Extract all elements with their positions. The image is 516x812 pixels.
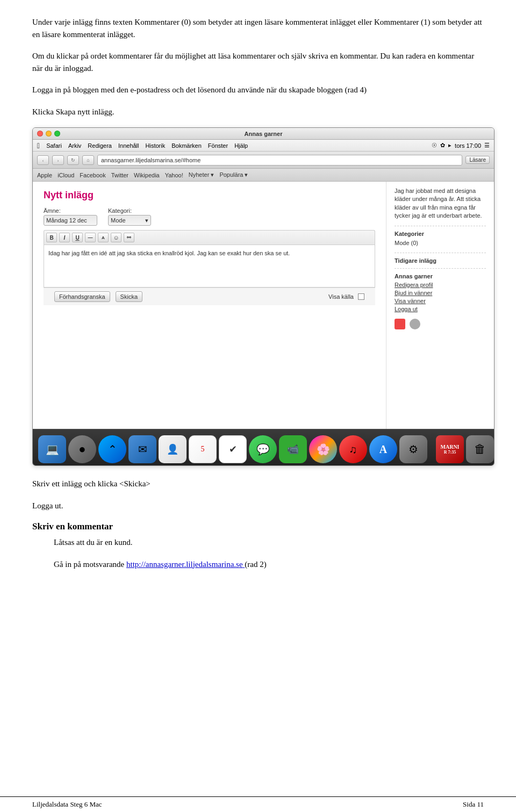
paragraph-5: Skriv ett inlägg och klicka <Skicka> xyxy=(32,478,484,490)
dock-itunes[interactable]: ♫ xyxy=(339,435,367,463)
redigera-profil-link[interactable]: Redigera profil xyxy=(395,282,486,288)
visa-kalla-label: Visa källa xyxy=(328,293,354,300)
maximize-button[interactable] xyxy=(54,131,60,136)
kategori-label: Kategori: xyxy=(108,207,151,214)
clock: tors 17:00 xyxy=(455,142,481,149)
reload-button[interactable]: ↻ xyxy=(67,155,79,165)
menu-arkiv[interactable]: Arkiv xyxy=(68,142,81,149)
paragraph-1: Under varje inlägg finns texten Kommenta… xyxy=(32,16,484,40)
kategorier-item: Mode (0) xyxy=(395,239,486,247)
kategori-select[interactable]: Mode ▾ xyxy=(108,215,151,226)
address-bar[interactable]: annasgarner.liljedalsmarina.se/#home xyxy=(97,155,462,166)
dock-marnir[interactable]: MARNI R 7:35 xyxy=(436,435,464,463)
dock-messages[interactable]: 💬 xyxy=(249,435,277,463)
visa-vanner-link[interactable]: Visa vänner xyxy=(395,298,486,304)
paragraph-3: Logga in på bloggen med den e-postadress… xyxy=(32,84,484,96)
dropdown-arrow-icon: ▾ xyxy=(145,217,148,224)
menu-historik[interactable]: Historik xyxy=(146,142,166,149)
bjud-in-vanner-link[interactable]: Bjud in vänner xyxy=(395,290,486,296)
dock-finder[interactable]: 💻 xyxy=(38,435,66,463)
bookmark-populara[interactable]: Populära ▾ xyxy=(219,171,248,178)
dock-launchpad[interactable]: ● xyxy=(68,435,96,463)
editor-toolbar: B I U — A ☺ ⚯ xyxy=(44,230,375,245)
menu-redigera[interactable]: Redigera xyxy=(88,142,112,149)
link-button[interactable]: ⚯ xyxy=(124,233,134,242)
window-title: Annas garner xyxy=(245,131,283,137)
kategorier-title: Kategorier xyxy=(395,231,486,237)
dock-contacts[interactable]: 👤 xyxy=(159,435,187,463)
blog-form-title: Nytt inlägg xyxy=(44,190,375,201)
dock-photos[interactable]: 🌸 xyxy=(309,435,337,463)
dock-calendar[interactable]: 5 xyxy=(189,435,217,463)
browser-toolbar: ‹ › ↻ ⌂ annasgarner.liljedalsmarina.se/#… xyxy=(33,152,494,169)
paragraph-6: Logga ut. xyxy=(32,500,484,512)
dock-mail[interactable]: ✉ xyxy=(128,435,156,463)
blog-footer: Förhandsgranska Skicka Visa källa xyxy=(44,288,375,305)
menu-bokmarken[interactable]: Bokmärken xyxy=(171,142,202,149)
menu-right-icons: ☉ ✿ ▸ tors 17:00 ☰ xyxy=(432,142,490,149)
user-section-title: Annas garner xyxy=(395,273,486,279)
skicka-button[interactable]: Skicka xyxy=(116,291,142,302)
menu-fonster[interactable]: Fönster xyxy=(208,142,228,149)
dock-settings[interactable]: ⚙ xyxy=(399,435,427,463)
bold-button[interactable]: B xyxy=(46,233,57,242)
bluetooth-icon: ✿ xyxy=(440,142,445,149)
logga-ut-link[interactable]: Logga ut xyxy=(395,306,486,312)
kategori-value: Mode xyxy=(111,217,126,224)
bookmark-wikipedia[interactable]: Wikipedia xyxy=(134,172,160,178)
section-heading-kommentar: Skriv en kommentar xyxy=(32,521,484,532)
address-text: annasgarner.liljedalsmarina.se/#home xyxy=(101,157,200,163)
apple-menu-icon[interactable]:  xyxy=(37,141,40,150)
italic-button[interactable]: I xyxy=(59,233,70,242)
format-btn1[interactable]: A xyxy=(98,233,109,242)
blog-main-area: Nytt inlägg Ämne: Måndag 12 dec Kategori… xyxy=(33,182,386,429)
forward-button[interactable]: › xyxy=(52,155,64,165)
menu-safari[interactable]: Safari xyxy=(46,142,62,149)
minimize-button[interactable] xyxy=(46,131,52,136)
editor-area[interactable]: Idag har jag fått en idé att jag ska sti… xyxy=(44,245,375,288)
mac-dock: 💻 ● ⌃ ✉ 👤 5 ✔ 💬 📹 🌸 ♫ A ⚙ MARNI R 7:35 🗑 xyxy=(33,429,494,465)
emoji-button[interactable]: ☺ xyxy=(111,233,121,242)
dock-facetime[interactable]: 📹 xyxy=(279,435,307,463)
sidebar-icons xyxy=(395,319,486,329)
bookmark-yahoo[interactable]: Yahoo! xyxy=(165,172,183,178)
forhandsgranska-button[interactable]: Förhandsgranska xyxy=(54,291,110,302)
mac-menubar:  Safari Arkiv Redigera Innehåll Histori… xyxy=(33,140,494,152)
bookmark-twitter[interactable]: Twitter xyxy=(111,172,128,178)
close-button[interactable] xyxy=(37,131,43,136)
paragraph-8-post: (rad 2) xyxy=(245,560,266,569)
dock-appstore[interactable]: A xyxy=(369,435,397,463)
back-button[interactable]: ‹ xyxy=(37,155,49,165)
rss-icon xyxy=(395,319,405,329)
paragraph-7: Låtsas att du är en kund. xyxy=(32,536,484,549)
menu-innehall[interactable]: Innehåll xyxy=(118,142,139,149)
link-text: http://annasgarner.liljedalsmarina.se xyxy=(126,560,243,569)
kategori-group: Kategori: Mode ▾ xyxy=(108,207,151,226)
amne-group: Ämne: Måndag 12 dec xyxy=(44,207,97,226)
dock-safari[interactable]: ⌃ xyxy=(98,435,126,463)
visa-kalla-checkbox[interactable] xyxy=(358,293,364,300)
underline-button[interactable]: U xyxy=(72,233,83,242)
datum-value: Måndag 12 dec xyxy=(46,217,87,224)
bookmark-nyheter[interactable]: Nyheter ▾ xyxy=(189,171,214,178)
dock-reminders[interactable]: ✔ xyxy=(219,435,247,463)
bookmark-apple[interactable]: Apple xyxy=(37,172,52,178)
wifi-icon: ☉ xyxy=(432,142,437,149)
menu-icon[interactable]: ☰ xyxy=(484,142,490,149)
footer-page-number: Sida 11 xyxy=(463,800,484,809)
bookmark-icloud[interactable]: iCloud xyxy=(58,172,74,178)
menu-hjalp[interactable]: Hjälp xyxy=(234,142,248,149)
page-footer: Liljedalsdata Steg 6 Mac Sida 11 xyxy=(0,796,516,812)
strikethrough-button[interactable]: — xyxy=(85,233,96,242)
bookmarks-bar: Apple iCloud Facebook Twitter Wikipedia … xyxy=(33,169,494,182)
mac-titlebar: Annas garner xyxy=(33,128,494,140)
home-button[interactable]: ⌂ xyxy=(82,155,94,165)
paragraph-8: Gå in på motsvarande http://annasgarner.… xyxy=(32,558,484,571)
liljedalsmarina-link[interactable]: http://annasgarner.liljedalsmarina.se xyxy=(126,560,245,569)
datum-input[interactable]: Måndag 12 dec xyxy=(44,215,97,226)
bookmark-facebook[interactable]: Facebook xyxy=(80,172,105,178)
paragraph-4: Klicka Skapa nytt inlägg. xyxy=(32,106,484,118)
dock-trash[interactable]: 🗑 xyxy=(466,435,494,463)
reader-button[interactable]: Läsare xyxy=(465,156,490,164)
share-icon xyxy=(410,319,420,329)
